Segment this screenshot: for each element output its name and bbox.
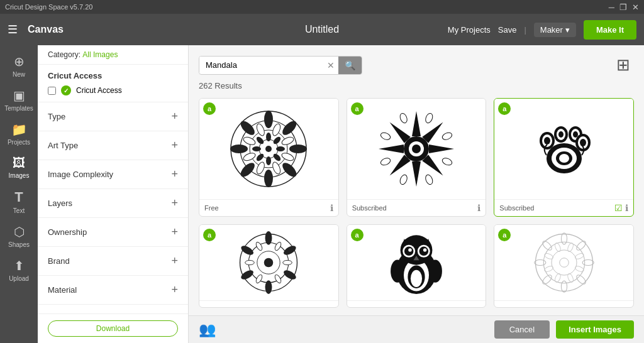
filter-art-type[interactable]: Art Type + [38,131,188,160]
svg-point-63 [580,139,586,146]
sidebar-item-upload[interactable]: ⬆ Upload [3,254,35,286]
image-card-6[interactable]: a [494,224,634,308]
filter-type[interactable]: Type + [38,102,188,131]
svg-point-6 [280,119,299,138]
cricut-access-label: Cricut Access [76,86,122,95]
maker-dropdown-button[interactable]: Maker ▾ [534,23,576,37]
app-title: Cricut Design Space v5.7.20 [5,3,92,11]
download-button[interactable]: Download [48,320,178,337]
window-controls[interactable]: ─ ❐ ✕ [609,3,639,12]
search-box[interactable]: ✕ 🔍 [199,56,362,75]
filter-ownership-label: Ownership [48,227,87,237]
info-icon-2[interactable]: ℹ [477,203,480,213]
image-card-3[interactable]: a [494,98,634,217]
sidebar-item-text[interactable]: T Text [3,185,35,218]
sidebar-item-shapes[interactable]: ⬡ Shapes [3,220,35,252]
cricut-access-filter[interactable]: ✓ Cricut Access [38,83,188,102]
svg-point-96 [535,234,592,291]
app-body: ⊕ New ▣ Templates 📁 Projects 🖼 Images T … [0,45,644,343]
info-icon-3[interactable]: ℹ [625,203,628,213]
people-icon[interactable]: 👥 [199,322,216,338]
info-icon-1[interactable]: ℹ [330,203,333,213]
search-button[interactable]: 🔍 [338,57,362,74]
selected-check-icon-3[interactable]: ☑ [614,203,623,213]
image-card-5[interactable]: a [347,224,487,308]
svg-point-24 [272,153,282,163]
svg-marker-36 [412,161,421,187]
sidebar-item-label-shapes: Shapes [8,241,30,248]
filter-type-expand-icon: + [171,110,178,123]
filter-ownership-expand-icon: + [171,226,178,239]
filter-scroll-area[interactable]: Cricut Access ✓ Cricut Access Type + Art… [38,65,188,313]
restore-button[interactable]: ❐ [619,3,627,12]
cancel-button[interactable]: Cancel [494,320,550,339]
svg-point-113 [543,265,553,273]
svg-point-60 [573,131,578,138]
app-header: ☰ Canvas Untitled My Projects Save | Mak… [0,14,644,45]
image-card-2[interactable]: a [347,98,487,217]
save-button[interactable]: Save [498,25,517,35]
svg-point-47 [399,112,408,124]
sidebar-item-templates[interactable]: ▣ Templates [3,84,35,116]
svg-point-16 [272,161,282,175]
search-clear-icon[interactable]: ✕ [323,58,338,73]
svg-point-5 [264,111,273,128]
svg-point-102 [582,259,594,265]
filter-art-type-expand-icon: + [171,139,178,152]
cricut-access-checkbox[interactable] [48,87,56,95]
svg-point-41 [441,131,453,141]
sidebar-item-projects[interactable]: 📁 Projects [3,118,35,150]
bottom-bar: 👥 Cancel Insert Images [189,315,644,343]
svg-point-23 [276,146,285,151]
insert-images-button[interactable]: Insert Images [556,320,634,339]
card-image-4: a [199,225,338,300]
sidebar-nav: ⊕ New ▣ Templates 📁 Projects 🖼 Images T … [0,45,38,343]
sidebar-item-label-images: Images [9,172,30,179]
svg-point-11 [230,144,248,153]
filter-brand[interactable]: Brand + [38,247,188,276]
svg-point-110 [574,265,584,273]
category-label: Category: [48,50,82,59]
filter-ownership[interactable]: Ownership + [38,218,188,247]
sidebar-item-label-upload: Upload [9,275,29,282]
make-it-button[interactable]: Make It [584,20,636,40]
filter-layers-expand-icon: + [171,197,178,210]
cricut-access-badge-3: a [498,102,511,115]
svg-marker-32 [412,111,421,136]
close-button[interactable]: ✕ [632,3,639,12]
my-projects-button[interactable]: My Projects [448,25,491,35]
minimize-button[interactable]: ─ [609,3,614,12]
cricut-access-badge-5: a [351,229,364,241]
svg-point-78 [245,260,255,264]
svg-point-8 [280,160,299,179]
category-value[interactable]: All Images [82,50,118,59]
svg-point-74 [274,241,283,251]
card-image-3: a [494,99,633,199]
svg-point-93 [408,248,411,251]
svg-point-19 [243,136,257,146]
sidebar-item-label-new: New [13,71,25,78]
filter-material[interactable]: Material + [38,276,188,305]
sidebar-item-images[interactable]: 🖼 Images [3,152,35,183]
sidebar-item-new[interactable]: ⊕ New [3,50,35,82]
hamburger-menu-icon[interactable]: ☰ [8,23,18,36]
svg-point-7 [289,144,307,153]
filter-brand-expand-icon: + [171,254,178,268]
search-input[interactable] [199,57,323,74]
card-image-6: a [494,225,633,300]
grid-view-button[interactable]: ⊞ [613,52,634,79]
cricut-access-badge-4: a [203,229,216,241]
card-image-2: a [347,99,486,199]
document-title: Untitled [305,24,339,35]
filter-image-complexity[interactable]: Image Complexity + [38,160,188,189]
sidebar-item-label-templates: Templates [4,105,33,112]
svg-point-98 [552,250,577,275]
filter-layers[interactable]: Layers + [38,189,188,218]
svg-point-42 [441,157,453,166]
image-card-1[interactable]: a [199,98,339,217]
svg-point-43 [425,174,434,186]
svg-point-25 [266,156,271,165]
svg-point-99 [559,258,569,268]
image-card-4[interactable]: a [199,224,339,308]
svg-point-85 [411,270,422,287]
